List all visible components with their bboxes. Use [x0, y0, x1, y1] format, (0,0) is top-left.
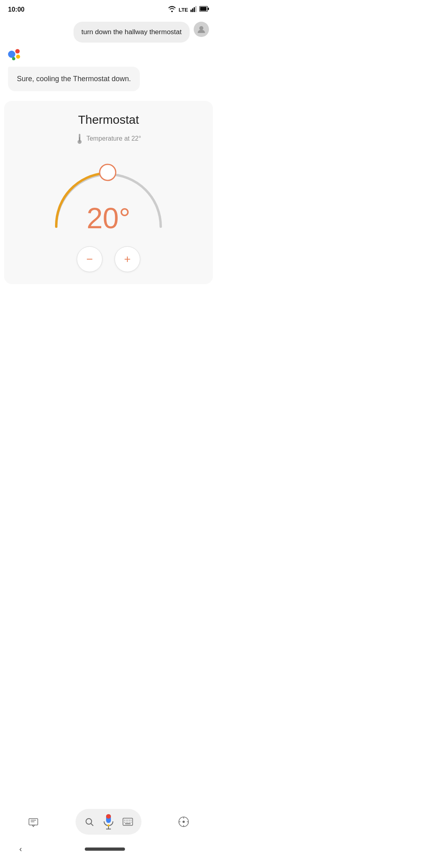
thermostat-controls: − + — [77, 246, 140, 272]
svg-rect-6 — [200, 7, 207, 11]
user-message-row: turn down the hallway thermostat — [8, 22, 209, 43]
temperature-text: Temperature at 22° — [86, 135, 141, 142]
dot-red — [15, 49, 20, 53]
status-bar: 10:00 LTE — [0, 0, 217, 18]
thermostat-dial[interactable]: 20° — [44, 152, 173, 233]
svg-point-11 — [100, 164, 116, 180]
svg-rect-5 — [208, 8, 209, 10]
svg-rect-10 — [79, 137, 80, 142]
assistant-message-row: Sure, cooling the Thermostat down. — [8, 49, 209, 91]
thermostat-card: Thermostat Temperature at 22° 20° — [4, 101, 213, 284]
thermostat-temp-display: 20° — [87, 204, 131, 233]
lte-label: LTE — [178, 7, 188, 13]
assistant-bubble: Sure, cooling the Thermostat down. — [8, 67, 140, 91]
svg-rect-1 — [192, 8, 193, 12]
svg-point-7 — [199, 26, 203, 30]
google-assistant-logo — [8, 49, 26, 65]
svg-rect-3 — [195, 6, 197, 12]
dot-yellow — [16, 55, 20, 59]
svg-rect-2 — [194, 7, 195, 12]
dot-green — [12, 57, 15, 60]
status-icons: LTE — [168, 6, 209, 14]
thermometer-icon — [76, 133, 83, 144]
temperature-label: Temperature at 22° — [76, 133, 141, 144]
battery-icon — [199, 6, 209, 13]
thermostat-title: Thermostat — [78, 113, 139, 127]
decrease-temp-button[interactable]: − — [77, 246, 102, 272]
status-time: 10:00 — [8, 6, 25, 13]
dot-blue — [8, 51, 15, 58]
svg-rect-0 — [190, 10, 192, 12]
wifi-icon — [168, 6, 176, 14]
chat-area: turn down the hallway thermostat Sure, c… — [0, 18, 217, 99]
user-bubble: turn down the hallway thermostat — [74, 22, 190, 43]
user-avatar — [194, 22, 209, 37]
increase-temp-button[interactable]: + — [115, 246, 140, 272]
signal-icon — [190, 6, 197, 14]
